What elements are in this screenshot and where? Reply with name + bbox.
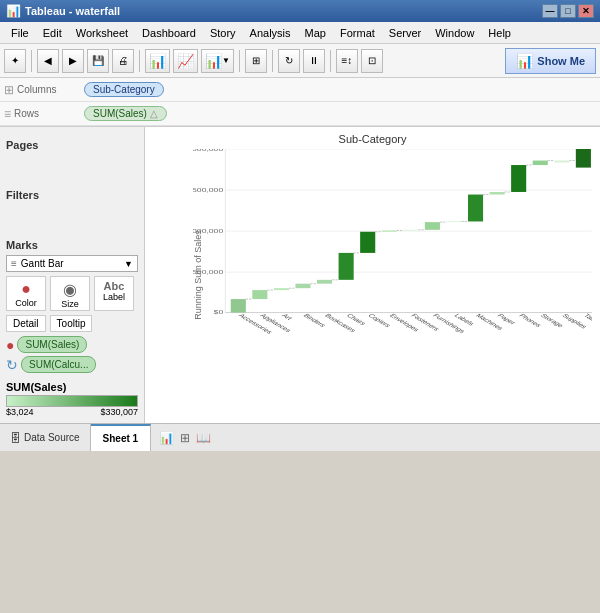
columns-icon: ⊞ bbox=[4, 83, 14, 97]
new-button[interactable]: ✦ bbox=[4, 49, 26, 73]
pause-btn[interactable]: ⏸ bbox=[303, 49, 325, 73]
back-button[interactable]: ◀ bbox=[37, 49, 59, 73]
new-story-icon[interactable]: 📖 bbox=[196, 431, 211, 445]
fit-btn[interactable]: ⊡ bbox=[361, 49, 383, 73]
chart-btn-3[interactable]: 📊▼ bbox=[201, 49, 234, 73]
pill-1-icon: ● bbox=[6, 337, 14, 353]
columns-pill[interactable]: Sub-Category bbox=[84, 82, 164, 97]
filters-area bbox=[6, 205, 138, 233]
marks-color-btn[interactable]: ● Color bbox=[6, 276, 46, 311]
marks-type-dropdown[interactable]: ≡ Gantt Bar ▼ bbox=[6, 255, 138, 272]
bar-copiers bbox=[360, 232, 375, 253]
bar-paper bbox=[490, 192, 505, 195]
detail-btn[interactable]: Detail bbox=[6, 315, 46, 332]
sheet-1-tab[interactable]: Sheet 1 bbox=[91, 424, 152, 451]
save-button[interactable]: 💾 bbox=[87, 49, 109, 73]
menu-dashboard[interactable]: Dashboard bbox=[135, 25, 203, 41]
bottom-bar: 🗄 Data Source Sheet 1 📊 ⊞ 📖 bbox=[0, 423, 600, 451]
title-bar: 📊 Tableau - waterfall — □ ✕ bbox=[0, 0, 600, 22]
bar-tables bbox=[576, 149, 591, 168]
chart-btn-1[interactable]: 📊 bbox=[145, 49, 170, 73]
toolbar: ✦ ◀ ▶ 💾 🖨 📊 📈 📊▼ ⊞ ↻ ⏸ ≡↕ ⊡ 📊 Show Me bbox=[0, 44, 600, 78]
bar-fasteners bbox=[403, 230, 418, 231]
title-bar-controls[interactable]: — □ ✕ bbox=[542, 4, 594, 18]
chart-area: Sub-Category Running Sum of Sales $0 $50… bbox=[145, 127, 600, 423]
tooltip-btn[interactable]: Tooltip bbox=[50, 315, 93, 332]
menu-story[interactable]: Story bbox=[203, 25, 243, 41]
show-me-icon: 📊 bbox=[516, 53, 533, 69]
svg-text:Phones: Phones bbox=[518, 313, 544, 328]
size-label: Size bbox=[61, 299, 79, 309]
columns-shelf: ⊞ Columns Sub-Category bbox=[0, 78, 600, 102]
svg-text:Binders: Binders bbox=[302, 313, 328, 328]
menu-analysis[interactable]: Analysis bbox=[243, 25, 298, 41]
toolbar-separator-5 bbox=[330, 50, 331, 72]
new-worksheet-icon[interactable]: 📊 bbox=[159, 431, 174, 445]
sum-sales-pill[interactable]: SUM(Sales) bbox=[17, 336, 87, 353]
sort-btn[interactable]: ≡↕ bbox=[336, 49, 358, 73]
pill-row-2: ↻ SUM(Calcu... bbox=[6, 356, 138, 373]
shelves: ⊞ Columns Sub-Category ≡ Rows SUM(Sales)… bbox=[0, 78, 600, 127]
legend-min: $3,024 bbox=[6, 407, 34, 417]
filter-btn[interactable]: ⊞ bbox=[245, 49, 267, 73]
legend-labels: $3,024 $330,007 bbox=[6, 407, 138, 417]
rows-icon: ≡ bbox=[4, 107, 11, 121]
marks-size-btn[interactable]: ◉ Size bbox=[50, 276, 90, 311]
color-label: Color bbox=[15, 298, 37, 308]
data-source-label: Data Source bbox=[24, 432, 80, 443]
svg-text:$500,000: $500,000 bbox=[193, 270, 223, 276]
menu-worksheet[interactable]: Worksheet bbox=[69, 25, 135, 41]
columns-label: ⊞ Columns bbox=[4, 83, 84, 97]
bar-chairs bbox=[339, 253, 354, 280]
minimize-button[interactable]: — bbox=[542, 4, 558, 18]
toolbar-separator-1 bbox=[31, 50, 32, 72]
sum-calcu-pill[interactable]: SUM(Calcu... bbox=[21, 356, 96, 373]
marks-detail-row: Detail Tooltip bbox=[6, 315, 138, 332]
svg-text:$2,000,000: $2,000,000 bbox=[193, 149, 223, 152]
pill-2-icon: ↻ bbox=[6, 357, 18, 373]
bar-envelopes bbox=[382, 230, 397, 231]
forward-button[interactable]: ▶ bbox=[62, 49, 84, 73]
bar-machines bbox=[468, 195, 483, 222]
left-panel: Pages Filters Marks ≡ Gantt Bar ▼ ● Colo… bbox=[0, 127, 145, 423]
menu-help[interactable]: Help bbox=[481, 25, 518, 41]
dropdown-arrow-icon: ▼ bbox=[124, 259, 133, 269]
menu-map[interactable]: Map bbox=[298, 25, 333, 41]
legend-section: SUM(Sales) $3,024 $330,007 bbox=[6, 381, 138, 417]
rows-label: ≡ Rows bbox=[4, 107, 84, 121]
svg-text:$0: $0 bbox=[214, 310, 224, 316]
menu-edit[interactable]: Edit bbox=[36, 25, 69, 41]
menu-server[interactable]: Server bbox=[382, 25, 428, 41]
marks-icons-row: ● Color ◉ Size Abc Label bbox=[6, 276, 138, 311]
svg-text:$1,000,000: $1,000,000 bbox=[193, 229, 223, 235]
menu-window[interactable]: Window bbox=[428, 25, 481, 41]
data-source-tab[interactable]: 🗄 Data Source bbox=[0, 424, 91, 451]
rows-pill[interactable]: SUM(Sales) △ bbox=[84, 106, 167, 121]
refresh-btn[interactable]: ↻ bbox=[278, 49, 300, 73]
close-button[interactable]: ✕ bbox=[578, 4, 594, 18]
menu-format[interactable]: Format bbox=[333, 25, 382, 41]
show-me-button[interactable]: 📊 Show Me bbox=[505, 48, 596, 74]
rows-shelf: ≡ Rows SUM(Sales) △ bbox=[0, 102, 600, 126]
legend-max: $330,007 bbox=[100, 407, 138, 417]
svg-text:$1,500,000: $1,500,000 bbox=[193, 188, 223, 194]
toolbar-separator-4 bbox=[272, 50, 273, 72]
chart-btn-2[interactable]: 📈 bbox=[173, 49, 198, 73]
marks-label-btn[interactable]: Abc Label bbox=[94, 276, 134, 311]
svg-text:Art: Art bbox=[281, 313, 294, 321]
database-icon: 🗄 bbox=[10, 432, 21, 444]
maximize-button[interactable]: □ bbox=[560, 4, 576, 18]
new-dashboard-icon[interactable]: ⊞ bbox=[180, 431, 190, 445]
marks-type-icon: ≡ bbox=[11, 258, 17, 269]
app-icon: 📊 bbox=[6, 4, 21, 18]
title-bar-left: 📊 Tableau - waterfall bbox=[6, 4, 120, 18]
color-icon: ● bbox=[21, 280, 31, 298]
print-button[interactable]: 🖨 bbox=[112, 49, 134, 73]
pages-area bbox=[6, 155, 138, 183]
pages-title: Pages bbox=[6, 139, 138, 151]
bar-phones bbox=[511, 165, 526, 192]
menu-file[interactable]: File bbox=[4, 25, 36, 41]
content-area: Pages Filters Marks ≡ Gantt Bar ▼ ● Colo… bbox=[0, 127, 600, 423]
menu-bar: File Edit Worksheet Dashboard Story Anal… bbox=[0, 22, 600, 44]
marks-type-label: Gantt Bar bbox=[21, 258, 64, 269]
